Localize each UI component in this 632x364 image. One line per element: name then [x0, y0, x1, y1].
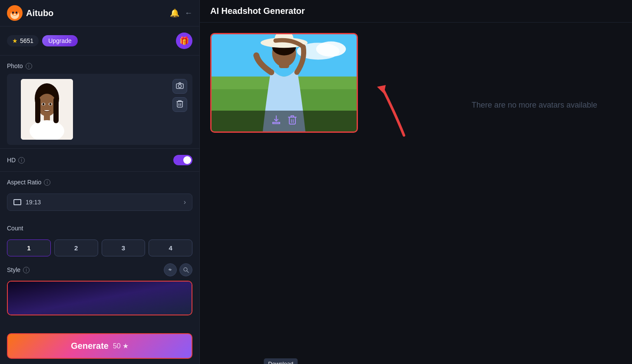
star-icon: ★	[12, 37, 18, 44]
sidebar-header: Aitubo 🔔 ←	[0, 0, 199, 26]
aspect-ratio-label: Aspect Ratio i	[7, 179, 192, 186]
svg-rect-26	[8, 282, 192, 315]
svg-point-31	[316, 42, 346, 57]
generate-label: Generate	[71, 341, 109, 351]
hd-info-icon[interactable]: i	[18, 157, 25, 164]
logo-area: Aitubo	[7, 5, 53, 21]
style-search-button[interactable]	[179, 263, 192, 276]
aspect-ratio-value: 19:13	[26, 199, 41, 206]
svg-point-5	[12, 12, 14, 14]
download-tooltip: Download	[264, 358, 298, 364]
chevron-right-icon: ›	[184, 198, 186, 206]
no-avatars-text: There are no more avatars available	[472, 101, 597, 110]
photo-section: Photo i	[0, 56, 199, 148]
count-row: 1 2 3 4	[0, 239, 199, 263]
svg-line-25	[187, 271, 189, 272]
svg-point-7	[13, 13, 16, 15]
count-section: Count	[0, 218, 199, 239]
svg-rect-14	[53, 97, 59, 123]
generate-button[interactable]: Generate 50 ★	[7, 333, 192, 359]
generated-image-card[interactable]	[210, 33, 358, 133]
svg-rect-21	[177, 102, 182, 107]
sidebar: Aitubo 🔔 ← ★ 5651 Upgrade 🎁 Photo i	[0, 0, 200, 364]
photo-preview	[21, 79, 73, 140]
delete-image-button[interactable]	[288, 115, 297, 127]
count-3-button[interactable]: 3	[102, 239, 146, 256]
count-label: Count	[7, 225, 192, 232]
header-actions: 🔔 ←	[170, 8, 192, 18]
generate-btn-wrapper: Generate 50 ★	[0, 328, 199, 364]
style-label: Style i	[7, 266, 30, 273]
style-section-header: Style i	[0, 263, 199, 281]
main-body: Download There are no more avatars avail…	[200, 23, 632, 364]
gift-icon: 🎁	[179, 36, 189, 46]
svg-rect-13	[35, 97, 40, 123]
style-actions	[164, 263, 192, 276]
credits-badge: ★ 5651	[7, 35, 39, 46]
gift-button[interactable]: 🎁	[176, 33, 192, 49]
generate-credits: 50 ★	[113, 342, 129, 350]
upgrade-button[interactable]: Upgrade	[42, 35, 78, 46]
style-info-icon[interactable]: i	[23, 267, 30, 273]
page-title: AI Headshot Generator	[210, 6, 622, 16]
photo-label: Photo i	[7, 62, 192, 69]
aspect-ratio-section: Aspect Ratio i	[0, 172, 199, 193]
photo-actions	[172, 79, 187, 112]
download-image-button[interactable]	[271, 115, 281, 127]
back-icon[interactable]: ←	[185, 9, 192, 18]
hd-label: HD i	[7, 157, 25, 164]
image-overlay	[212, 111, 357, 131]
svg-point-18	[50, 103, 52, 105]
credits-value: 5651	[20, 37, 33, 44]
main-content: AI Headshot Generator	[200, 0, 632, 364]
aspect-ratio-info-icon[interactable]: i	[44, 179, 50, 186]
arrow-annotation	[369, 79, 421, 141]
svg-point-20	[179, 85, 182, 88]
count-1-button[interactable]: 1	[7, 239, 51, 256]
count-2-button[interactable]: 2	[54, 239, 98, 256]
svg-point-17	[43, 103, 45, 105]
camera-button[interactable]	[172, 79, 187, 94]
hd-toggle[interactable]	[173, 155, 192, 165]
image-card-container: Download	[210, 33, 358, 354]
main-header: AI Headshot Generator	[200, 0, 632, 23]
app-name: Aitubo	[26, 8, 53, 18]
svg-point-6	[16, 12, 17, 14]
style-preview[interactable]	[7, 281, 192, 315]
uploaded-photo	[21, 79, 73, 140]
photo-area	[7, 74, 192, 145]
camera-icon	[176, 82, 184, 91]
trash-icon	[176, 100, 183, 109]
photo-info-icon[interactable]: i	[26, 63, 32, 69]
hd-row: HD i	[0, 148, 199, 172]
svg-rect-37	[289, 117, 295, 124]
count-4-button[interactable]: 4	[149, 239, 192, 256]
logo-icon	[7, 5, 23, 21]
delete-photo-button[interactable]	[172, 97, 187, 112]
credits-row: ★ 5651 Upgrade 🎁	[0, 26, 199, 56]
aspect-ratio-left: 19:13	[13, 199, 41, 206]
style-link-button[interactable]	[164, 263, 177, 276]
notification-icon[interactable]: 🔔	[170, 8, 179, 18]
generate-star-icon: ★	[122, 342, 129, 350]
ratio-icon	[13, 199, 21, 205]
aspect-ratio-select[interactable]: 19:13 ›	[7, 193, 192, 211]
